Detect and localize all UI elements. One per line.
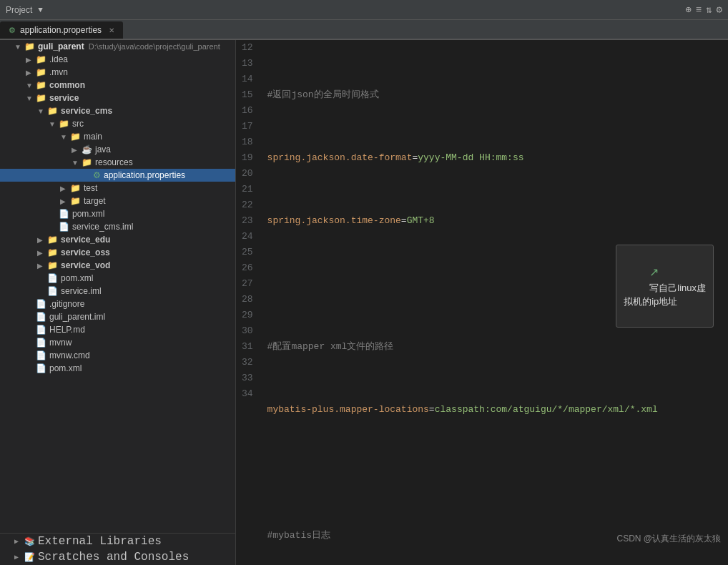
tree-label: service_cms xyxy=(61,106,112,116)
tree-item-external-libraries[interactable]: ▶ 📚 External Libraries xyxy=(0,533,235,549)
code-line-16: #配置mapper xml文件的路径 xyxy=(267,339,722,355)
folder-icon: 📁 xyxy=(36,80,46,90)
tree-item-java[interactable]: ▶ ☕ java xyxy=(0,143,235,156)
tree-label: src xyxy=(72,119,84,129)
folder-icon: 📁 xyxy=(47,260,58,270)
title-bar: Project ▼ ⊕ ≡ ⇅ ⚙ xyxy=(0,0,728,20)
folder-icon: 📁 xyxy=(70,196,81,206)
editor-content[interactable]: 12 13 14 15 16 17 18 19 20 21 22 23 24 2… xyxy=(236,40,728,565)
toolbar-icons: ⊕ ≡ ⇅ ⚙ xyxy=(685,4,722,16)
tree-label: mvnw xyxy=(49,338,72,348)
folder-icon: 📁 xyxy=(47,235,58,245)
annotation-arrow: ↗ xyxy=(649,266,659,278)
tree-label: service.iml xyxy=(61,286,102,296)
java-icon: ☕ xyxy=(82,144,92,154)
tree-item-service-cms-iml[interactable]: 📄 service_cms.iml xyxy=(0,220,235,233)
ext-lib-icon: 📚 xyxy=(24,536,35,547)
folder-icon: 📁 xyxy=(70,132,81,142)
folder-icon: 📁 xyxy=(36,93,46,103)
project-label: Project xyxy=(6,5,32,15)
file-icon: 📄 xyxy=(36,338,46,348)
folder-icon: 📁 xyxy=(47,106,58,116)
tree-item-application-properties[interactable]: ⚙ application.properties xyxy=(0,169,235,182)
tree-label: service xyxy=(49,93,79,103)
tree-label: service_vod xyxy=(61,260,110,270)
tree-item-common[interactable]: ▼ 📁 common xyxy=(0,79,235,92)
tree-label: Scratches and Consoles xyxy=(38,551,189,564)
tree-item-service-iml[interactable]: 📄 service.iml xyxy=(0,285,235,298)
tree-item-mvn[interactable]: ▶ 📁 .mvn xyxy=(0,66,235,79)
tree-label: common xyxy=(49,80,85,90)
tab-bar: ⚙ application.properties ✕ xyxy=(0,20,728,40)
tree-item-target[interactable]: ▶ 📁 target xyxy=(0,195,235,207)
annotation-bubble: ↗ 写自己linux虚拟机的ip地址 xyxy=(616,245,714,328)
tree-label: service_cms.iml xyxy=(72,222,133,232)
code-line-17: mybatis-plus.mapper-locations=classpath:… xyxy=(267,402,722,418)
sidebar: ▼ 📁 guli_parent D:\study\java\code\proje… xyxy=(0,40,236,565)
tab-file-icon: ⚙ xyxy=(9,26,16,35)
properties-icon: ⚙ xyxy=(93,170,101,180)
add-icon[interactable]: ⊕ xyxy=(685,4,691,16)
tree-label: target xyxy=(84,196,106,206)
code-line-18 xyxy=(267,465,722,481)
watermark: CSDN @认真生活的灰太狼 xyxy=(593,515,721,562)
folder-icon: 📁 xyxy=(70,183,81,193)
tree-item-service-oss[interactable]: ▶ 📁 service_oss xyxy=(0,246,235,259)
tree-item-guli-parent[interactable]: ▼ 📁 guli_parent D:\study\java\code\proje… xyxy=(0,40,235,53)
sort-icon[interactable]: ⇅ xyxy=(706,4,712,16)
tab-close-icon[interactable]: ✕ xyxy=(109,26,114,34)
main-content: ▼ 📁 guli_parent D:\study\java\code\proje… xyxy=(0,40,728,565)
code-content: #返回json的全局时间格式 spring.jackson.date-forma… xyxy=(262,40,728,565)
tree-item-pom-cms[interactable]: 📄 pom.xml xyxy=(0,207,235,220)
folder-icon: 📁 xyxy=(47,247,58,257)
tree-label: pom.xml xyxy=(61,273,93,283)
iml-icon: 📄 xyxy=(59,222,69,232)
tree-path: D:\study\java\code\project\guli_parent xyxy=(89,42,220,51)
xml-icon: 📄 xyxy=(47,273,58,283)
tab-label: application.properties xyxy=(20,25,102,35)
tree-item-help-md[interactable]: 📄 HELP.md xyxy=(0,323,235,336)
tree-item-test[interactable]: ▶ 📁 test xyxy=(0,182,235,195)
tree-label: External Libraries xyxy=(38,535,162,548)
tree-item-idea[interactable]: ▶ 📁 .idea xyxy=(0,53,235,66)
list-icon[interactable]: ≡ xyxy=(696,4,702,16)
iml-icon: 📄 xyxy=(36,312,46,322)
code-line-12: #返回json的全局时间格式 xyxy=(267,87,722,103)
tree-item-scratches[interactable]: ▶ 📝 Scratches and Consoles xyxy=(0,549,235,565)
tree-item-mvnw-cmd[interactable]: 📄 mvnw.cmd xyxy=(0,349,235,362)
tree-label: mvnw.cmd xyxy=(49,350,90,360)
tree-label: service_oss xyxy=(61,247,110,257)
folder-icon: 📁 xyxy=(24,41,35,51)
tree-item-guli-parent-iml[interactable]: 📄 guli_parent.iml xyxy=(0,310,235,323)
folder-icon: 📁 xyxy=(36,54,46,64)
tree-label: pom.xml xyxy=(72,209,104,219)
folder-icon: 📁 xyxy=(36,67,46,77)
tree-item-service[interactable]: ▼ 📁 service xyxy=(0,92,235,104)
tree-item-src[interactable]: ▼ 📁 src xyxy=(0,117,235,130)
tree-label: java xyxy=(95,144,111,154)
tree-item-service-cms[interactable]: ▼ 📁 service_cms xyxy=(0,104,235,117)
sidebar-tree: ▼ 📁 guli_parent D:\study\java\code\proje… xyxy=(0,40,235,533)
md-icon: 📄 xyxy=(36,325,46,335)
tree-label: .gitignore xyxy=(49,299,84,309)
tree-item-resources[interactable]: ▼ 📁 resources xyxy=(0,156,235,169)
tree-label: service_edu xyxy=(61,235,110,245)
settings-icon[interactable]: ⚙ xyxy=(717,4,722,16)
tree-item-pom-root[interactable]: 📄 pom.xml xyxy=(0,362,235,375)
tree-label: guli_parent.iml xyxy=(49,312,105,322)
folder-icon: 📁 xyxy=(82,157,92,167)
tree-item-pom-service[interactable]: 📄 pom.xml xyxy=(0,272,235,285)
tree-item-mvnw[interactable]: 📄 mvnw xyxy=(0,336,235,349)
tree-label: resources xyxy=(95,157,133,167)
tree-item-main[interactable]: ▼ 📁 main xyxy=(0,130,235,143)
tree-label: test xyxy=(84,183,97,193)
tab-application-properties[interactable]: ⚙ application.properties ✕ xyxy=(0,21,123,39)
tree-label: HELP.md xyxy=(49,325,85,335)
editor-area: 12 13 14 15 16 17 18 19 20 21 22 23 24 2… xyxy=(236,40,728,565)
tree-label: .idea xyxy=(49,54,68,64)
tree-item-gitignore[interactable]: 📄 .gitignore xyxy=(0,298,235,310)
tree-item-service-edu[interactable]: ▶ 📁 service_edu xyxy=(0,233,235,246)
tree-label: guli_parent xyxy=(38,41,84,51)
tree-item-service-vod[interactable]: ▶ 📁 service_vod xyxy=(0,259,235,272)
git-icon: 📄 xyxy=(36,299,46,309)
